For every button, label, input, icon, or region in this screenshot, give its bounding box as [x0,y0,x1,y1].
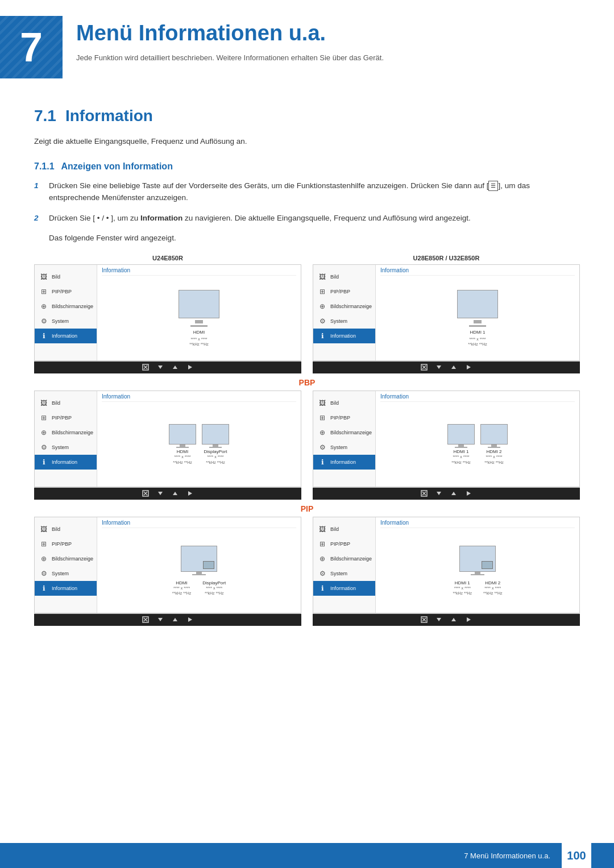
monitor-content-pbpr: Information HDMI 1 **** x ******kHz **Hz [376,391,579,487]
screen-info-hdmi-pbpl: **** x ******kHz **Hz [173,454,192,466]
monitor-sidebar: 🖼 Bild ⊞ PIP/PBP ⊕ Bildschirmanzeige [35,265,97,360]
monitor-toolbar [34,361,301,373]
disp-icon-pbpl: ⊕ [39,428,48,437]
pip-mode-label: PIP [34,504,580,513]
screen-left-pbpr: HDMI 1 **** x ******kHz **Hz [447,424,475,466]
s-bild-pbpr: 🖼 Bild [313,396,375,410]
pip-icon-pbpr: ⊞ [318,413,327,422]
monitor-sidebar-pipr: 🖼 Bild ⊞ PIP/PBP ⊕ Bildschirmanzeige [313,517,376,613]
svg-marker-21 [437,492,441,495]
svg-marker-9 [437,366,441,369]
content-header-pbpr: Information [380,393,575,402]
screen-display-r [457,290,498,318]
screen-stand-r [474,320,482,323]
screen-freq-r: **** x ******kHz **Hz [468,337,487,348]
tb-pl-pipr [464,615,473,624]
tb-up-icon-r [449,363,458,372]
bild-icon-r: 🖼 [318,272,327,281]
svg-marker-27 [158,618,163,621]
info-icon-pipr: ℹ [318,584,327,593]
page-footer: 7 Menü Informationen u.a. 100 [0,843,614,868]
pbp-left-col: 🖼 Bild ⊞ PIP/PBP ⊕ Bildschirmanzeige [34,391,301,500]
screens-double-pbpr: HDMI 1 **** x ******kHz **Hz HDMI 2 ****… [447,424,508,466]
sidebar-system: ⚙ System [35,314,97,329]
screen-source-label-r: HDMI 1 [470,330,485,335]
disp-icon-pbpr: ⊕ [318,428,327,437]
svg-marker-23 [467,491,471,496]
step-note: Das folgende Fenster wird angezeigt. [49,232,580,244]
content-body-pbpr: HDMI 1 **** x ******kHz **Hz HDMI 2 ****… [380,405,575,484]
sidebar-system-r: ⚙ System [313,314,375,329]
pip-label-hdmi1-r: HDMI 1 **** x ******kHz **Hz [453,579,472,597]
screen-right-pbpr: HDMI 2 **** x ******kHz **Hz [480,424,508,466]
bild-icon-pbpl: 🖼 [39,398,48,408]
s-pip-pbpl: ⊞ PIP/PBP [35,410,97,425]
s-sys-pbpl: ⚙ System [35,440,97,455]
monitor-content-pipl: Information [97,517,301,613]
monitor-sidebar-r: 🖼 Bild ⊞ PIP/PBP ⊕ Bildschirmanzeige [313,265,376,360]
svg-marker-29 [188,617,192,622]
sidebar-bild-r: 🖼 Bild [313,269,375,284]
pip-labels-l: HDMI **** x ******kHz **Hz DisplayPort *… [172,579,226,597]
pbp-monitors-row: 🖼 Bild ⊞ PIP/PBP ⊕ Bildschirmanzeige [34,391,580,500]
pip-main-screen-r [459,546,496,575]
sidebar-display: ⊕ Bildschirmanzeige [35,299,97,314]
s-pip-pbpr: ⊞ PIP/PBP [313,410,375,425]
section-description: Zeigt die aktuelle Eingangsquelle, Frequ… [34,135,580,148]
tb-down-icon [156,363,165,372]
content-body: HDMI **** x ******kHz **Hz [102,279,296,358]
monitor-ui-default-right: 🖼 Bild ⊞ PIP/PBP ⊕ Bildschirmanzeige [313,264,580,373]
s-pip-pipr: ⊞ PIP/PBP [313,537,375,551]
tb-up-pbpr [449,489,458,498]
pbp-right-col: 🖼 Bild ⊞ PIP/PBP ⊕ Bildschirmanzeige [313,391,580,500]
pip-screen-container-l [181,546,217,575]
screen-freq: **** x ******kHz **Hz [189,337,208,348]
s-disp-pipl: ⊕ Bildschirmanzeige [35,551,97,566]
svg-marker-11 [467,365,471,369]
tb-up-pipl [171,615,180,624]
monitor-frame-pbpr: 🖼 Bild ⊞ PIP/PBP ⊕ Bildschirmanzeige [313,391,580,487]
s-bild-pipl: 🖼 Bild [35,522,97,537]
pip-right-col: 🖼 Bild ⊞ PIP/PBP ⊕ Bildschirmanzeige [313,517,580,626]
screen-base [190,325,208,327]
monitor-toolbar-pipr [313,613,580,626]
screen-right-pbpl: DisplayPort **** x ******kHz **Hz [202,424,229,466]
monitor-ui-pip-right: 🖼 Bild ⊞ PIP/PBP ⊕ Bildschirmanzeige [313,517,580,626]
section-number: 7.1 [34,107,56,125]
screen-base-r-pbpl [209,447,222,448]
bild-icon: 🖼 [39,272,48,281]
screen-rect-l-pbpr [447,424,475,445]
screen-stand [195,320,203,323]
info-icon-pbpl: ℹ [39,458,48,467]
pip-label-dp-l: DisplayPort **** x ******kHz **Hz [202,579,226,597]
svg-marker-10 [451,366,456,369]
screen-left-pbpl: HDMI **** x ******kHz **Hz [169,424,196,466]
chapter-subtitle: Jede Funktion wird detailliert beschrieb… [76,52,384,64]
tb-x-pipl [141,615,150,624]
monitor-ui-pbp-right: 🖼 Bild ⊞ PIP/PBP ⊕ Bildschirmanzeige [313,391,580,500]
screen-info-hdmi2-pbpr: **** x ******kHz **Hz [484,454,503,466]
content-header-pipl: Information [102,520,296,528]
screen-display [179,290,219,318]
pip-icon: ⊞ [39,287,48,296]
tb-x-pbpl [141,489,150,498]
sidebar-bild: 🖼 Bild [35,269,97,284]
bild-icon-pbpr: 🖼 [318,398,327,408]
monitor-ui-pip-left: 🖼 Bild ⊞ PIP/PBP ⊕ Bildschirmanzeige [34,517,301,626]
chapter-banner: 7 Menü Informationen u.a. Jede Funktion … [0,0,614,90]
content-body-r: HDMI 1 **** x ******kHz **Hz [380,279,575,358]
s-info-pipl: ℹ Information [35,581,97,596]
step-1: 1 Drücken Sie eine beliebige Taste auf d… [34,180,580,204]
tb-dn-pbpr [434,489,443,498]
display-icon-r: ⊕ [318,302,327,311]
display-icon: ⊕ [39,302,48,311]
step-2: 2 Drücken Sie [ • / • ], um zu Informati… [34,212,580,225]
s-disp-pbpl: ⊕ Bildschirmanzeige [35,425,97,440]
tb-x-icon-r [420,363,429,372]
s-bild-pbpl: 🖼 Bild [35,396,97,410]
screen-single-r: HDMI 1 **** x ******kHz **Hz [457,290,498,348]
monitor-content: Information HDMI **** x ******kHz **Hz [97,265,301,360]
monitor-toolbar-r [313,361,580,373]
tb-dn-pipr [434,615,443,624]
screen-base-l [176,447,189,448]
